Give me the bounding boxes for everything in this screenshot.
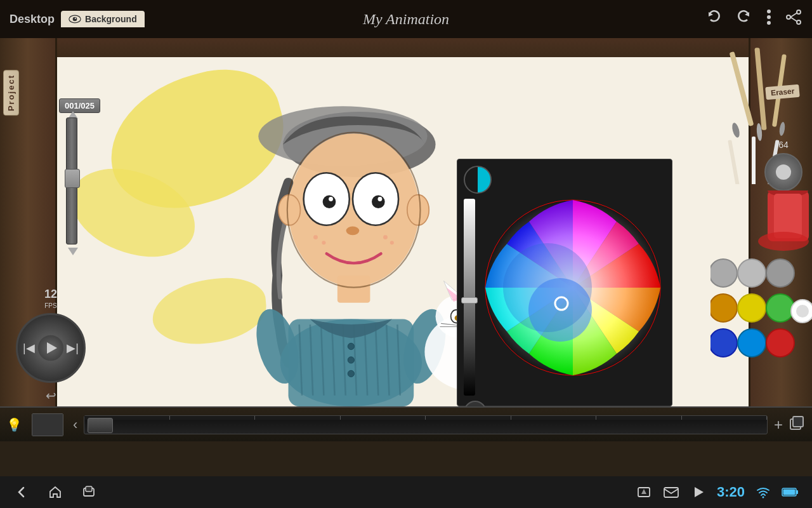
svg-rect-29 [337,276,370,303]
lightbulb-button[interactable]: 💡 [6,417,22,432]
svg-rect-108 [796,490,798,494]
svg-point-19 [372,195,385,208]
svg-rect-71 [728,140,742,184]
svg-marker-105 [695,487,704,497]
more-menu-button[interactable] [766,9,772,29]
back-button[interactable] [13,483,30,501]
svg-point-10 [787,15,790,19]
svg-point-6 [767,15,771,19]
add-frame-button[interactable]: + [774,416,783,434]
svg-point-18 [323,195,336,208]
skip-forward-button[interactable]: ▶| [67,341,79,355]
app-title-text: My Animation [363,11,449,27]
svg-point-23 [313,235,318,239]
svg-rect-101 [86,486,92,491]
timeline-frame-marker[interactable] [88,418,113,433]
current-color-preview[interactable] [464,166,492,194]
playback-controls: 12 FPS |◀ ▶| ↩ [13,288,89,403]
play-button[interactable] [37,334,65,362]
copy-frame-button[interactable] [788,414,806,435]
paint-jars-area [710,190,812,413]
fps-number: 12 [13,288,89,301]
svg-point-83 [766,259,794,287]
control-ring: |◀ ▶| [16,313,86,383]
timeline-track[interactable] [84,415,768,434]
svg-point-7 [767,21,771,25]
mail-icon[interactable] [662,483,680,501]
battery-icon [782,483,799,501]
svg-point-24 [322,241,325,244]
fps-display: 12 FPS [13,288,89,310]
time-display: 3:20 [717,484,745,500]
top-bar-left: Desktop Background [10,11,145,27]
svg-point-81 [710,259,737,287]
media-play-icon[interactable] [690,483,707,501]
svg-point-27 [278,195,300,225]
svg-marker-103 [641,489,646,494]
svg-point-43 [348,357,354,363]
share-button[interactable] [785,8,802,30]
redo-button[interactable] [735,8,753,30]
svg-point-1 [73,17,77,22]
slider-arrow-down[interactable] [68,248,78,255]
vertical-slider[interactable] [66,117,77,244]
color-picker-main [464,199,665,396]
app-title: My Animation [363,11,449,28]
status-bar: 3:20 [0,476,812,508]
svg-point-66 [731,122,741,138]
background-tab-label: Background [85,14,137,24]
timeline-bar: 💡 ‹ + [0,406,812,441]
frame-counter: 001/025 [59,98,100,113]
svg-point-44 [348,370,354,377]
brush-size-preview [764,153,802,191]
svg-point-42 [348,343,354,349]
svg-point-87 [710,329,737,357]
svg-rect-109 [783,490,796,495]
svg-point-106 [763,497,764,498]
color-wheel-container[interactable] [480,199,665,377]
project-button[interactable]: Project [3,70,19,116]
top-bar-right [705,8,802,30]
loop-button[interactable]: ↩ [13,388,89,403]
eye-icon [69,15,81,23]
svg-point-5 [767,10,771,13]
timeline-thumbnail [32,413,63,436]
svg-line-11 [790,13,797,18]
paint-jars-svg [710,190,812,413]
home-button[interactable] [46,483,64,501]
fps-label: FPS [44,302,56,309]
recents-button[interactable] [80,483,98,501]
color-wheel[interactable] [484,199,662,377]
svg-point-88 [738,329,766,357]
timeline-prev-button[interactable]: ‹ [73,417,77,433]
svg-rect-79 [774,194,802,238]
svg-point-9 [797,20,801,24]
svg-line-12 [790,17,797,22]
svg-point-85 [738,294,766,322]
color-picker-panel[interactable]: ↺ [457,159,672,406]
svg-point-20 [329,197,333,201]
undo-button[interactable] [705,8,723,30]
svg-rect-65 [730,51,754,126]
svg-rect-104 [664,488,678,497]
brightness-slider[interactable] [464,199,475,396]
desk-top [57,38,749,57]
svg-point-89 [766,329,794,357]
svg-point-86 [766,294,794,322]
slider-handle[interactable] [65,169,80,188]
wifi-icon [754,483,772,501]
svg-point-22 [346,226,360,235]
svg-point-26 [390,241,394,244]
brightness-handle[interactable] [461,297,478,304]
svg-point-70 [779,122,786,137]
size-indicator: 64 [758,140,809,194]
play-triangle [47,342,57,354]
screenshot-icon[interactable] [635,483,653,501]
svg-point-28 [407,195,429,225]
background-tab[interactable]: Background [61,11,145,27]
skip-back-button[interactable]: |◀ [23,341,35,355]
desktop-label: Desktop [10,13,55,26]
size-value: 64 [758,140,809,150]
color-wheel-svg [484,199,662,377]
svg-point-84 [710,294,737,322]
